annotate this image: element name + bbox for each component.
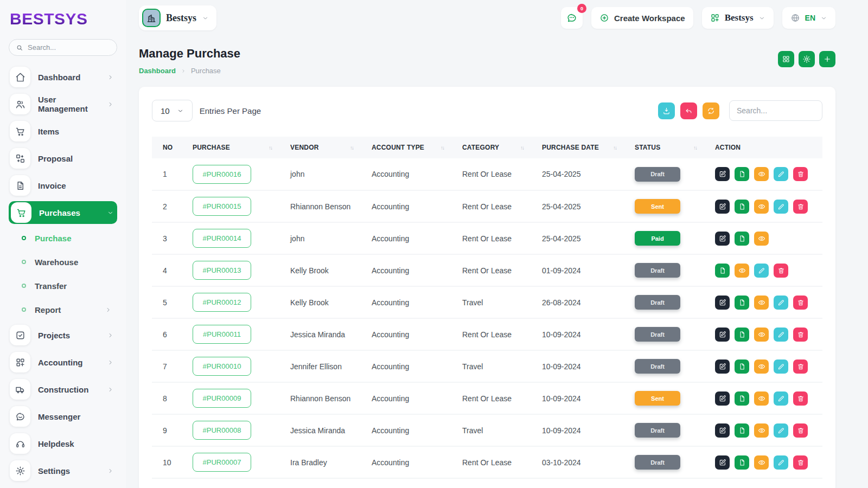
purchase-number-button[interactable]: #PUR00016 — [193, 165, 251, 184]
purchase-number-button[interactable]: #PUR00013 — [193, 261, 251, 280]
delete-action-button[interactable] — [774, 264, 788, 278]
purchase-number-button[interactable]: #PUR00009 — [193, 389, 251, 408]
purchase-number-button[interactable]: #PUR00007 — [193, 453, 251, 472]
workspace-selector[interactable]: Bestsys — [139, 5, 216, 30]
delete-action-button[interactable] — [793, 391, 808, 406]
document-action-button[interactable] — [735, 455, 749, 470]
column-header-category[interactable]: CATEGORY↑↓ — [451, 137, 531, 158]
column-header-purchase-date[interactable]: PURCHASE DATE↑↓ — [531, 137, 624, 158]
sidebar-item-user-management[interactable]: User Management — [9, 91, 117, 118]
sidebar-item-projects[interactable]: Projects — [9, 322, 117, 349]
delete-action-button[interactable] — [793, 455, 808, 470]
edit-action-button[interactable] — [715, 296, 730, 310]
document-action-button[interactable] — [715, 264, 730, 278]
update-action-button[interactable] — [774, 423, 788, 438]
edit-action-button[interactable] — [715, 328, 730, 342]
edit-action-button[interactable] — [715, 455, 730, 470]
update-action-button[interactable] — [774, 328, 788, 342]
view-action-button[interactable] — [754, 328, 769, 342]
sidebar-item-messenger[interactable]: Messenger — [9, 403, 117, 430]
document-action-button[interactable] — [735, 200, 749, 214]
delete-action-button[interactable] — [793, 296, 808, 310]
purchase-number-button[interactable]: #PUR00012 — [193, 293, 251, 312]
apps-button[interactable] — [778, 51, 794, 67]
update-action-button[interactable] — [774, 359, 788, 374]
document-action-button[interactable] — [735, 423, 749, 438]
column-header-purchase[interactable]: PURCHASE↑↓ — [182, 137, 279, 158]
sidebar-item-items[interactable]: Items — [9, 118, 117, 145]
view-action-button[interactable] — [754, 232, 769, 246]
document-action-button[interactable] — [735, 167, 749, 181]
breadcrumb-dashboard-link[interactable]: Dashboard — [139, 67, 176, 75]
document-action-button[interactable] — [735, 359, 749, 374]
update-action-button[interactable] — [774, 200, 788, 214]
delete-action-button[interactable] — [793, 423, 808, 438]
sort-icon[interactable]: ↑↓ — [441, 145, 444, 151]
sidebar-item-accounting[interactable]: Accounting — [9, 349, 117, 376]
delete-action-button[interactable] — [793, 167, 808, 181]
view-action-button[interactable] — [754, 296, 769, 310]
purchase-number-button[interactable]: #PUR00008 — [193, 421, 251, 440]
sidebar-item-settings[interactable]: Settings — [9, 457, 117, 484]
column-header-vendor[interactable]: VENDOR↑↓ — [279, 137, 361, 158]
table-search-input[interactable] — [729, 100, 822, 121]
edit-action-button[interactable] — [715, 167, 730, 181]
edit-action-button[interactable] — [715, 232, 730, 246]
view-action-button[interactable] — [754, 455, 769, 470]
column-header-status[interactable]: STATUS↑↓ — [624, 137, 704, 158]
sidebar-item-helpdesk[interactable]: Helpdesk — [9, 430, 117, 457]
sidebar-subitem-warehouse[interactable]: Warehouse — [9, 250, 117, 274]
edit-action-button[interactable] — [715, 359, 730, 374]
view-action-button[interactable] — [754, 200, 769, 214]
messages-button[interactable]: 0 — [561, 7, 583, 29]
edit-action-button[interactable] — [715, 391, 730, 406]
sidebar-subitem-report[interactable]: Report — [9, 298, 117, 322]
sort-icon[interactable]: ↑↓ — [520, 145, 524, 151]
document-action-button[interactable] — [735, 232, 749, 246]
sort-icon[interactable]: ↑↓ — [693, 145, 697, 151]
purchase-number-button[interactable]: #PUR00011 — [193, 325, 251, 344]
column-header-account-type[interactable]: ACCOUNT TYPE↑↓ — [361, 137, 451, 158]
sidebar-subitem-transfer[interactable]: Transfer — [9, 274, 117, 298]
undo-button[interactable] — [680, 102, 697, 119]
purchase-number-button[interactable]: #PUR00015 — [193, 197, 251, 216]
entries-per-page-select[interactable]: 10 — [152, 100, 193, 121]
purchase-number-button[interactable]: #PUR00014 — [193, 229, 251, 248]
document-action-button[interactable] — [735, 391, 749, 406]
sort-icon[interactable]: ↑↓ — [269, 145, 272, 151]
sidebar-item-invoice[interactable]: Invoice — [9, 172, 117, 199]
sidebar-subitem-purchase[interactable]: Purchase — [9, 226, 117, 250]
update-action-button[interactable] — [754, 264, 769, 278]
edit-action-button[interactable] — [715, 423, 730, 438]
sidebar-item-proposal[interactable]: Proposal — [9, 145, 117, 172]
view-action-button[interactable] — [754, 423, 769, 438]
update-action-button[interactable] — [774, 167, 788, 181]
sidebar-item-dashboard[interactable]: Dashboard — [9, 63, 117, 91]
document-action-button[interactable] — [735, 296, 749, 310]
create-workspace-button[interactable]: Create Workspace — [591, 7, 693, 29]
language-selector[interactable]: EN — [782, 7, 835, 29]
refresh-button[interactable] — [703, 102, 719, 119]
sort-icon[interactable]: ↑↓ — [350, 145, 353, 151]
sidebar-item-purchases[interactable]: Purchases — [9, 201, 117, 224]
view-action-button[interactable] — [754, 391, 769, 406]
update-action-button[interactable] — [774, 391, 788, 406]
view-action-button[interactable] — [754, 167, 769, 181]
view-action-button[interactable] — [754, 359, 769, 374]
delete-action-button[interactable] — [793, 359, 808, 374]
sidebar-search[interactable] — [9, 39, 117, 56]
update-action-button[interactable] — [774, 296, 788, 310]
org-selector[interactable]: Bestsys — [702, 7, 774, 29]
sidebar-search-input[interactable] — [28, 43, 109, 52]
edit-action-button[interactable] — [715, 200, 730, 214]
document-action-button[interactable] — [735, 328, 749, 342]
add-purchase-button[interactable] — [819, 51, 835, 67]
purchase-number-button[interactable]: #PUR00010 — [193, 357, 251, 376]
update-action-button[interactable] — [774, 455, 788, 470]
delete-action-button[interactable] — [793, 200, 808, 214]
export-button[interactable] — [658, 102, 675, 119]
sort-icon[interactable]: ↑↓ — [613, 145, 616, 151]
view-action-button[interactable] — [735, 264, 749, 278]
delete-action-button[interactable] — [793, 328, 808, 342]
settings-button[interactable] — [799, 51, 815, 67]
